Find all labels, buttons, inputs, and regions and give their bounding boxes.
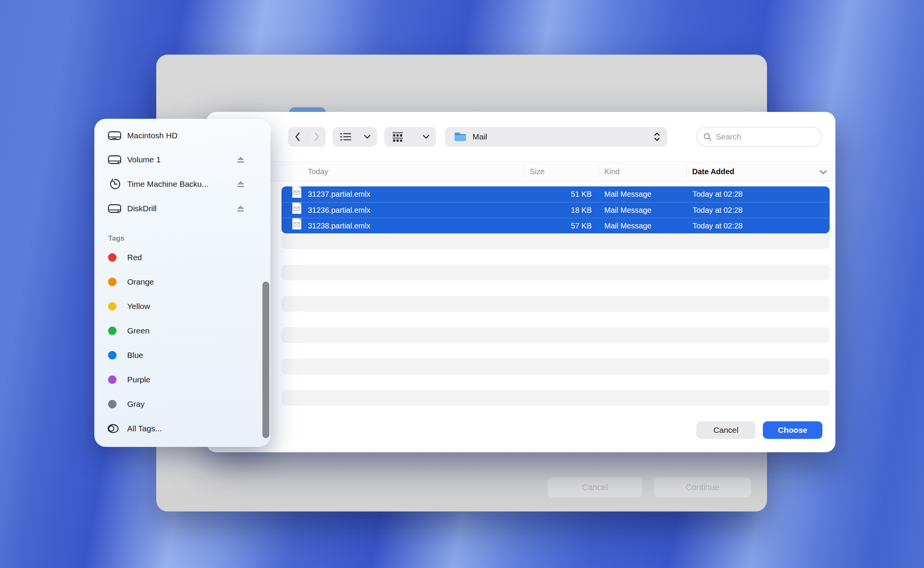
empty-row	[282, 296, 830, 312]
group-header-today: Today	[308, 162, 328, 181]
popup-stepper-icon	[654, 131, 660, 142]
chevron-right-icon	[313, 132, 320, 142]
tags-section-header: Tags	[108, 234, 125, 243]
file-kind: Mail Message	[604, 186, 651, 202]
file-date-added: Today at 02:28	[693, 202, 743, 218]
tag-label: Red	[127, 249, 142, 266]
column-header-kind[interactable]: Kind	[604, 162, 620, 181]
tag-label: Gray	[127, 396, 145, 413]
column-header-date-added[interactable]: Date Added	[692, 162, 734, 181]
eject-icon[interactable]	[236, 180, 245, 188]
search-field[interactable]	[696, 127, 822, 147]
file-row[interactable]: 31236.partial.emlx 18 KB Mail Message To…	[282, 202, 830, 218]
tag-label: Yellow	[127, 298, 150, 315]
search-input[interactable]	[716, 132, 816, 141]
sidebar-item-label: All Tags...	[127, 420, 162, 437]
choose-button[interactable]: Choose	[763, 421, 822, 439]
column-divider	[524, 165, 524, 178]
empty-row	[282, 359, 830, 374]
selected-files-block: 31237.partial.emlx 51 KB Mail Message To…	[282, 186, 830, 233]
file-kind: Mail Message	[604, 218, 651, 233]
sidebar-tag-yellow[interactable]: Yellow	[94, 298, 270, 315]
external-drive-icon	[107, 200, 122, 217]
sidebar-item-macintosh-hd[interactable]: Macintosh HD	[94, 127, 270, 144]
group-by-button[interactable]	[384, 127, 436, 147]
tag-color-dot	[108, 278, 117, 286]
file-size: 18 KB	[515, 202, 592, 218]
nav-buttons	[288, 127, 326, 147]
internal-drive-icon	[107, 127, 122, 144]
empty-row	[282, 327, 830, 343]
sort-descending-icon	[819, 170, 827, 175]
file-name: 31238.partial.emlx	[308, 218, 370, 233]
sidebar-scrollbar[interactable]	[262, 282, 269, 438]
empty-row	[282, 265, 830, 280]
tag-color-dot	[108, 400, 117, 408]
mail-document-icon	[292, 218, 301, 230]
external-drive-icon	[107, 151, 122, 168]
time-machine-icon	[107, 176, 122, 193]
location-label: Mail	[473, 132, 654, 141]
eject-icon[interactable]	[236, 156, 245, 164]
tag-color-dot	[108, 253, 117, 262]
all-tags-icon	[106, 420, 120, 437]
eject-icon[interactable]	[236, 205, 245, 213]
background-continue-button: Continue	[654, 477, 751, 498]
list-header: Today Size Kind Date Added	[206, 162, 835, 181]
file-date-added: Today at 02:28	[693, 186, 743, 202]
file-kind: Mail Message	[604, 202, 651, 218]
tag-label: Green	[127, 322, 149, 339]
file-row[interactable]: 31237.partial.emlx 51 KB Mail Message To…	[282, 186, 830, 202]
sidebar-tag-gray[interactable]: Gray	[94, 396, 270, 413]
file-size: 57 KB	[515, 218, 592, 233]
sidebar-item-all-tags[interactable]: All Tags...	[94, 420, 270, 437]
sidebar-item-time-machine[interactable]: Time Machine Backu...	[94, 176, 270, 193]
view-mode-button[interactable]	[333, 127, 377, 147]
back-button[interactable]	[288, 132, 307, 142]
empty-row	[282, 233, 830, 249]
column-divider	[599, 165, 599, 178]
location-popup[interactable]: Mail	[445, 127, 667, 147]
file-size: 51 KB	[515, 186, 592, 202]
column-divider	[686, 165, 687, 178]
sidebar-tag-blue[interactable]: Blue	[94, 347, 270, 364]
cancel-button[interactable]: Cancel	[696, 421, 756, 439]
sidebar-item-label: Volume 1	[127, 151, 161, 168]
mail-document-icon	[292, 186, 301, 198]
sidebar-item-label: DiskDrill	[127, 200, 157, 217]
empty-row	[282, 390, 830, 406]
file-name: 31236.partial.emlx	[308, 202, 370, 218]
forward-button[interactable]	[307, 132, 326, 142]
list-view-icon	[340, 132, 352, 142]
chevron-left-icon	[294, 132, 301, 142]
column-header-size[interactable]: Size	[530, 162, 545, 181]
mail-document-icon	[292, 202, 301, 214]
file-date-added: Today at 02:28	[693, 218, 743, 233]
sidebar-item-diskdrill[interactable]: DiskDrill	[94, 200, 270, 217]
background-cancel-button: Cancel	[548, 477, 642, 498]
sidebar-item-label: Macintosh HD	[127, 127, 178, 144]
folder-icon	[453, 131, 467, 142]
sidebar-tag-purple[interactable]: Purple	[94, 371, 270, 388]
sidebar-tag-green[interactable]: Green	[94, 322, 270, 339]
file-row[interactable]: 31238.partial.emlx 57 KB Mail Message To…	[282, 218, 830, 233]
sidebar-tag-orange[interactable]: Orange	[94, 273, 270, 290]
search-icon	[703, 133, 712, 141]
sidebar-tag-red[interactable]: Red	[94, 249, 270, 266]
file-name: 31237.partial.emlx	[308, 186, 370, 202]
tag-color-dot	[108, 375, 117, 384]
tag-color-dot	[108, 327, 117, 335]
sidebar-item-volume-1[interactable]: Volume 1	[94, 151, 270, 168]
tag-color-dot	[108, 302, 117, 311]
tag-label: Blue	[127, 347, 143, 364]
sidebar-item-label: Time Machine Backu...	[127, 176, 209, 193]
sidebar-panel: Macintosh HD Volume 1 Time Machine	[94, 119, 270, 447]
open-panel-dialog: Mail Today Size Kind Date Added	[206, 112, 835, 452]
chevron-down-icon	[364, 134, 371, 139]
group-grid-icon	[392, 132, 403, 142]
chevron-down-icon	[422, 134, 430, 139]
tag-label: Orange	[127, 273, 154, 290]
tag-color-dot	[108, 351, 117, 359]
tag-label: Purple	[127, 371, 150, 388]
